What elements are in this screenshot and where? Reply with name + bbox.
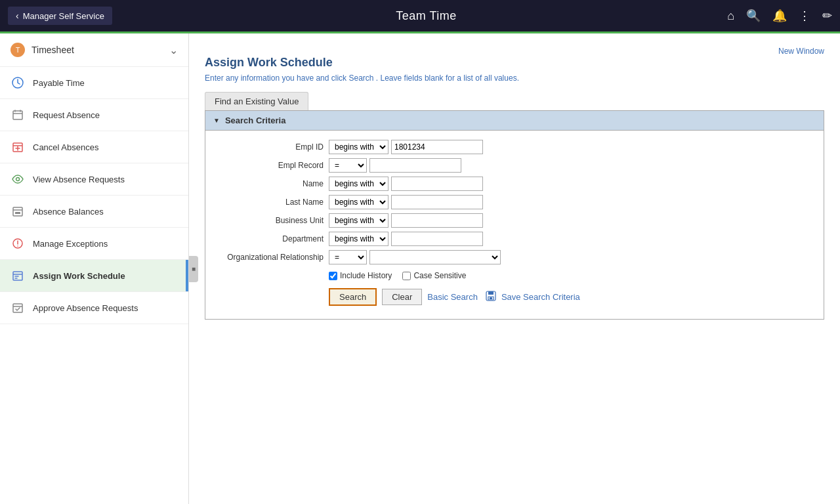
- org-relationship-value[interactable]: Employee Contingent Worker POI: [369, 250, 501, 264]
- case-sensitive-label[interactable]: Case Sensitive: [402, 271, 466, 280]
- sidebar-item-request-absence[interactable]: Request Absence: [0, 99, 188, 131]
- business-unit-label: Business Unit: [219, 216, 324, 225]
- empl-id-row: Empl ID begins with contains =: [219, 140, 810, 154]
- sidebar-item-label: Assign Work Schedule: [33, 271, 125, 281]
- sidebar-item-label: View Absence Requests: [33, 175, 125, 184]
- sidebar-item-label: Manage Exceptions: [33, 239, 108, 249]
- main-content: New Window Assign Work Schedule Enter an…: [189, 33, 840, 504]
- save-criteria-icon[interactable]: [486, 291, 496, 303]
- search-panel: ▼ Search Criteria Empl ID begins with co…: [205, 110, 824, 320]
- approve-icon: [10, 301, 25, 315]
- include-history-text: Include History: [340, 271, 392, 280]
- search-button[interactable]: Search: [329, 288, 377, 306]
- sidebar-item-absence-balances[interactable]: Absence Balances: [0, 196, 188, 228]
- sidebar-header-label: Timesheet: [32, 45, 74, 55]
- more-icon[interactable]: ⋮: [799, 9, 810, 23]
- cancel-absence-icon: [10, 140, 25, 154]
- timesheet-icon: T: [10, 43, 25, 57]
- page-header-title: Team Time: [125, 9, 727, 23]
- last-name-input[interactable]: [391, 195, 483, 209]
- chevron-left-icon: ‹: [16, 10, 19, 21]
- department-label: Department: [219, 234, 324, 243]
- sidebar-item-approve-absence-requests[interactable]: Approve Absence Requests: [0, 292, 188, 324]
- action-row: Search Clear Basic Search Save Search Cr…: [329, 288, 810, 306]
- svg-point-7: [17, 245, 18, 247]
- instruction-blank: blank: [425, 74, 446, 83]
- name-input[interactable]: [391, 177, 483, 191]
- svg-rect-11: [488, 291, 494, 295]
- empl-id-label: Empl ID: [219, 142, 324, 152]
- sidebar-item-label: Request Absence: [33, 110, 100, 120]
- instruction-search-word: Search: [348, 74, 373, 83]
- search-criteria-label: Search Criteria: [225, 116, 286, 125]
- sidebar-wrapper: T Timesheet ⌄ Payable Time: [0, 33, 189, 504]
- home-icon[interactable]: ⌂: [727, 9, 734, 23]
- top-nav: ‹ Manager Self Service Team Time ⌂ 🔍 🔔 ⋮…: [0, 0, 840, 32]
- back-button[interactable]: ‹ Manager Self Service: [8, 7, 112, 25]
- search-panel-body: Empl ID begins with contains = Empl Reco…: [205, 131, 824, 319]
- org-relationship-operator[interactable]: = not =: [329, 250, 367, 264]
- department-row: Department begins with contains: [219, 232, 810, 246]
- last-name-operator[interactable]: begins with contains: [329, 195, 388, 209]
- checkbox-row: Include History Case Sensitive: [329, 271, 810, 280]
- search-criteria-header[interactable]: ▼ Search Criteria: [205, 111, 824, 131]
- instruction-any: any: [226, 74, 241, 83]
- clear-button[interactable]: Clear: [382, 289, 422, 305]
- department-input[interactable]: [391, 232, 483, 246]
- empl-record-label: Empl Record: [219, 161, 324, 170]
- sidebar-item-payable-time[interactable]: Payable Time: [0, 67, 188, 99]
- include-history-checkbox[interactable]: [329, 272, 337, 280]
- back-label: Manager Self Service: [23, 11, 104, 21]
- calendar-icon: [10, 108, 25, 122]
- sidebar-item-label: Payable Time: [33, 78, 85, 88]
- case-sensitive-text: Case Sensitive: [413, 271, 466, 280]
- empl-id-operator[interactable]: begins with contains =: [329, 140, 388, 154]
- last-name-row: Last Name begins with contains: [219, 195, 810, 209]
- save-search-criteria-link[interactable]: Save Search Criteria: [501, 292, 580, 302]
- sidebar-item-assign-work-schedule[interactable]: Assign Work Schedule: [0, 260, 188, 292]
- business-unit-row: Business Unit begins with contains: [219, 213, 810, 228]
- empl-record-input[interactable]: [369, 158, 461, 173]
- find-existing-tab[interactable]: Find an Existing Value: [205, 92, 308, 110]
- basic-search-link[interactable]: Basic Search: [427, 292, 478, 302]
- instruction-enter: Enter: [205, 74, 226, 83]
- circle-slash-icon[interactable]: ✏: [822, 9, 832, 23]
- page-title: Assign Work Schedule: [205, 56, 824, 70]
- sidebar-collapse-handle[interactable]: ■: [189, 256, 198, 282]
- instruction-period: . Leave fields: [376, 74, 425, 83]
- case-sensitive-checkbox[interactable]: [402, 272, 411, 280]
- svg-rect-5: [15, 212, 20, 214]
- search-icon[interactable]: 🔍: [746, 9, 761, 23]
- svg-rect-4: [13, 207, 22, 216]
- svg-rect-13: [490, 297, 492, 299]
- instruction-rest: for a list of all values.: [446, 74, 519, 83]
- warning-icon: [10, 236, 25, 251]
- new-window-link[interactable]: New Window: [778, 47, 824, 56]
- nav-icons: ⌂ 🔍 🔔 ⋮ ✏: [727, 9, 832, 23]
- sidebar-item-cancel-absences[interactable]: Cancel Absences: [0, 131, 188, 163]
- department-operator[interactable]: begins with contains: [329, 232, 388, 246]
- name-label: Name: [219, 179, 324, 188]
- bell-icon[interactable]: 🔔: [772, 9, 787, 23]
- empl-record-operator[interactable]: = not =: [329, 158, 367, 173]
- business-unit-operator[interactable]: begins with contains: [329, 213, 388, 228]
- sidebar-header-timesheet[interactable]: T Timesheet ⌄: [0, 33, 188, 67]
- main-layout: T Timesheet ⌄ Payable Time: [0, 33, 840, 504]
- svg-rect-9: [13, 304, 22, 312]
- sidebar-item-label: Absence Balances: [33, 207, 104, 217]
- instruction-info: information you have and click: [241, 74, 349, 83]
- svg-point-3: [16, 178, 20, 181]
- business-unit-input[interactable]: [391, 213, 483, 228]
- name-row: Name begins with contains: [219, 177, 810, 191]
- sidebar-header-left: T Timesheet: [10, 43, 74, 57]
- sidebar-item-manage-exceptions[interactable]: Manage Exceptions: [0, 228, 188, 260]
- sidebar-item-label: Approve Absence Requests: [33, 303, 138, 313]
- name-operator[interactable]: begins with contains: [329, 177, 388, 191]
- sidebar-item-label: Cancel Absences: [33, 142, 98, 152]
- org-relationship-row: Organizational Relationship = not = Empl…: [219, 250, 810, 264]
- empl-id-input[interactable]: [391, 140, 483, 154]
- clock-icon: [10, 75, 25, 90]
- collapse-triangle-icon: ▼: [213, 117, 220, 124]
- sidebar-item-view-absence-requests[interactable]: View Absence Requests: [0, 163, 188, 196]
- include-history-label[interactable]: Include History: [329, 271, 392, 280]
